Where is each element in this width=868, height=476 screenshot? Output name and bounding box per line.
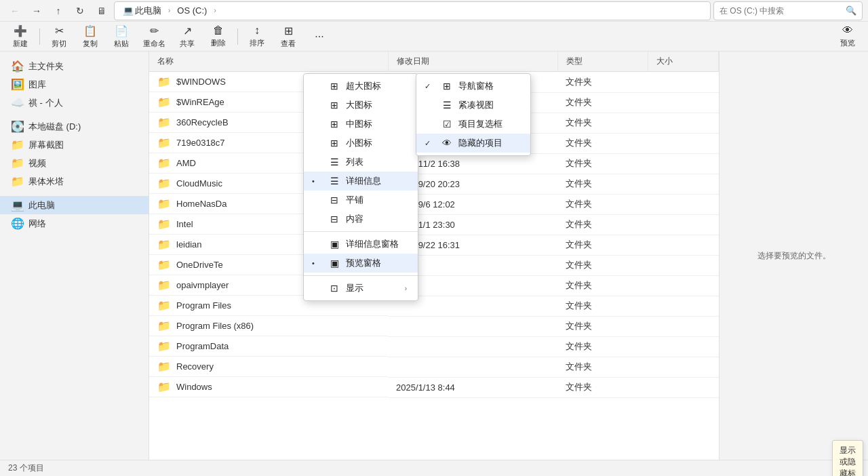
table-row[interactable]: 📁 OneDriveTe 文件夹 xyxy=(149,255,719,275)
statusbar: 23 个项目 ⊞ ☰ xyxy=(0,460,868,476)
address-bar[interactable]: 💻 此电脑 › OS (C:) › xyxy=(114,1,711,20)
file-size xyxy=(648,255,719,275)
sidebar-item-label: 此电脑 xyxy=(28,199,55,212)
file-type: 文件夹 xyxy=(557,255,648,275)
table-row[interactable]: 📁 CloudMusic 2024/9/20 20:23 文件夹 xyxy=(149,174,719,194)
sidebar-item-this-pc[interactable]: 💻 此电脑 xyxy=(0,196,149,214)
table-row[interactable]: 📁 719e0318c7 2024/9/6 12:48 文件夹 xyxy=(149,133,719,153)
forward-button[interactable]: → xyxy=(27,1,46,20)
file-date: 2024/9/29 13:16 xyxy=(388,72,557,93)
file-date: 2025/1/9 9:12 xyxy=(388,113,557,133)
table-row[interactable]: 📁 AMD 2024/11/2 16:38 文件夹 xyxy=(149,153,719,174)
titlebar: ← → ↑ ↻ 🖥 💻 此电脑 › OS (C:) › 🔍 xyxy=(0,0,868,22)
search-bar[interactable]: 🔍 xyxy=(713,1,863,20)
table-row[interactable]: 📁 Program Files (x86) 文件夹 xyxy=(149,316,719,336)
sidebar-item-label: 网络 xyxy=(28,218,46,230)
table-row[interactable]: 📁 Program Files 文件夹 xyxy=(149,296,719,316)
statusbar-view-grid[interactable]: ⊞ xyxy=(836,462,845,475)
file-table: 名称 修改日期 类型 大小 📁 $WINDOWS 2024/9/29 13:16… xyxy=(149,52,719,398)
file-type: 文件夹 xyxy=(557,357,648,377)
file-date xyxy=(388,316,557,336)
table-row[interactable]: 📁 $WinREAge 2025/1/13 7:35 文件夹 xyxy=(149,92,719,113)
sort-button[interactable]: ↕ 排序 xyxy=(242,24,272,49)
file-type: 文件夹 xyxy=(557,235,648,255)
file-type: 文件夹 xyxy=(557,153,648,174)
file-name: CloudMusic xyxy=(176,178,222,189)
table-row[interactable]: 📁 Intel 2025/1/1 23:30 文件夹 xyxy=(149,214,719,235)
rename-label: 重命名 xyxy=(143,39,165,49)
col-size[interactable]: 大小 xyxy=(648,52,719,72)
main-area: 🏠 主文件夹 🖼️ 图库 ☁️ 祺 - 个人 💽 本地磁盘 (D:) 📁 屏幕截… xyxy=(0,52,868,460)
file-date xyxy=(388,336,557,357)
sidebar-item-disk-d[interactable]: 💽 本地磁盘 (D:) xyxy=(0,117,149,136)
folder-icon: 📁 xyxy=(157,319,171,332)
sidebar-item-gallery[interactable]: 🖼️ 图库 xyxy=(0,75,149,94)
sidebar-item-home[interactable]: 🏠 主文件夹 xyxy=(0,57,149,75)
table-row[interactable]: 📁 Recovery 文件夹 xyxy=(149,357,719,377)
statusbar-view-list[interactable]: ☰ xyxy=(850,462,860,475)
guoti-folder-icon: 📁 xyxy=(11,175,23,188)
sidebar-item-cloud[interactable]: ☁️ 祺 - 个人 xyxy=(0,94,149,112)
preview-pane-text: 选择要预览的文件。 xyxy=(757,250,831,262)
sidebar-item-video[interactable]: 📁 视频 xyxy=(0,154,149,172)
table-row[interactable]: 📁 opaivmplayer 文件夹 xyxy=(149,275,719,296)
file-name-cell: 📁 HomeNasDa xyxy=(149,194,388,214)
folder-icon: 📁 xyxy=(157,218,171,231)
home-icon: 🏠 xyxy=(11,60,23,73)
address-segment-this-pc[interactable]: 💻 此电脑 xyxy=(120,3,164,18)
file-type: 文件夹 xyxy=(557,296,648,316)
file-name-cell: 📁 Windows xyxy=(149,377,388,397)
file-name: $WinREAge xyxy=(176,97,224,107)
rename-button[interactable]: ✏ 重命名 xyxy=(138,24,171,49)
this-pc-label: 此电脑 xyxy=(135,5,161,17)
item-count: 23 个项目 xyxy=(8,462,44,474)
sidebar-item-guoti[interactable]: 📁 果体米塔 xyxy=(0,172,149,191)
folder-icon: 📁 xyxy=(157,380,171,393)
cut-label: 剪切 xyxy=(52,39,66,49)
cut-button[interactable]: ✂ 剪切 xyxy=(44,24,74,49)
sidebar-item-label: 本地磁盘 (D:) xyxy=(28,121,81,133)
folder-icon: 📁 xyxy=(157,258,171,271)
up-button[interactable]: ↑ xyxy=(49,1,68,20)
preview-button[interactable]: 👁 预览 xyxy=(833,24,863,49)
toolbar: ➕ 新建 ✂ 剪切 📋 复制 📄 粘贴 ✏ 重命名 ↗ 共享 🗑 删除 ↕ 排序… xyxy=(0,22,868,52)
sidebar-item-label: 祺 - 个人 xyxy=(28,97,63,109)
file-name: 360RecycleB xyxy=(176,117,229,127)
address-segment-os-c[interactable]: OS (C:) xyxy=(174,4,210,17)
sort-icon: ↕ xyxy=(254,24,260,37)
col-type[interactable]: 类型 xyxy=(557,52,648,72)
more-button[interactable]: ··· xyxy=(304,24,334,49)
new-button[interactable]: ➕ 新建 xyxy=(5,24,35,49)
table-row[interactable]: 📁 ProgramData 文件夹 xyxy=(149,336,719,357)
back-button[interactable]: ← xyxy=(5,1,24,20)
col-date[interactable]: 修改日期 xyxy=(388,52,557,72)
search-icon: 🔍 xyxy=(846,5,856,16)
file-name-cell: 📁 $WinREAge xyxy=(149,92,388,113)
paste-icon: 📄 xyxy=(115,24,128,37)
table-row[interactable]: 📁 HomeNasDa 2024/9/6 12:02 文件夹 xyxy=(149,194,719,214)
share-button[interactable]: ↗ 共享 xyxy=(172,24,202,49)
address-chevron-2: › xyxy=(214,7,216,14)
copy-button[interactable]: 📋 复制 xyxy=(75,24,105,49)
table-row[interactable]: 📁 $WINDOWS 2024/9/29 13:16 文件夹 xyxy=(149,72,719,93)
refresh-button[interactable]: ↻ xyxy=(71,1,90,20)
address-chevron-1: › xyxy=(168,7,170,14)
sidebar-item-network[interactable]: 🌐 网络 xyxy=(0,214,149,233)
folder-icon: 📁 xyxy=(157,75,171,88)
new-label: 新建 xyxy=(13,39,28,49)
paste-label: 粘贴 xyxy=(114,39,129,49)
table-row[interactable]: 📁 leidian 2024/9/22 16:31 文件夹 xyxy=(149,235,719,255)
sidebar-item-screenshot[interactable]: 📁 屏幕截图 xyxy=(0,136,149,154)
search-input[interactable] xyxy=(719,6,843,16)
file-date: 2024/9/6 12:02 xyxy=(388,194,557,214)
paste-button[interactable]: 📄 粘贴 xyxy=(106,24,136,49)
table-row[interactable]: 📁 360RecycleB 2025/1/9 9:12 文件夹 xyxy=(149,113,719,133)
col-name[interactable]: 名称 xyxy=(149,52,388,72)
sidebar-item-label: 图库 xyxy=(28,79,46,91)
file-date: 2025/1/1 23:30 xyxy=(388,214,557,235)
delete-button[interactable]: 🗑 删除 xyxy=(203,24,233,49)
view-button[interactable]: 🖥 xyxy=(92,1,111,20)
table-row[interactable]: 📁 Windows 2025/1/13 8:44 文件夹 xyxy=(149,377,719,397)
folder-icon: 📁 xyxy=(157,340,171,353)
view-menu-button[interactable]: ⊞ 查看 xyxy=(273,24,303,49)
